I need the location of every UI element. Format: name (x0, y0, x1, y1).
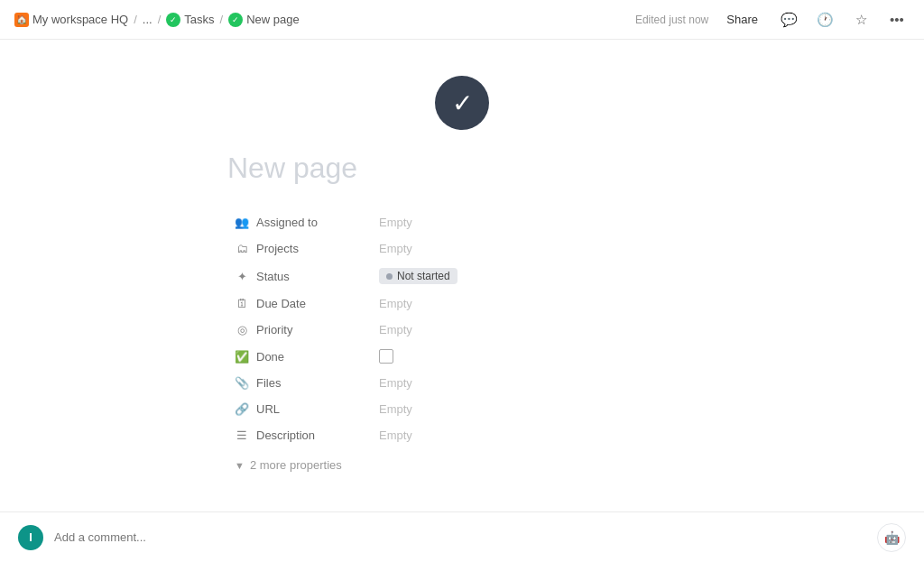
status-badge-text: Not started (397, 270, 450, 282)
status-badge[interactable]: Not started (379, 268, 457, 284)
files-label: 📎 Files (235, 376, 379, 390)
files-icon: 📎 (235, 376, 249, 390)
page-icon[interactable]: ✓ (435, 76, 489, 130)
files-value: Empty (379, 376, 689, 390)
properties-list: 👥 Assigned to Empty 🗂 Projects Empty ✦ S… (227, 210, 697, 477)
header-right: Edited just now Share 💬 🕐 ☆ ••• (635, 7, 910, 32)
url-label: 🔗 URL (235, 402, 379, 416)
property-due-date[interactable]: 🗓 Due Date Empty (227, 291, 697, 316)
url-value: Empty (379, 402, 689, 416)
status-label: ✦ Status (235, 270, 379, 283)
due-date-label: 🗓 Due Date (235, 297, 379, 310)
tasks-check-icon: ✓ (166, 13, 180, 27)
breadcrumb-current-label: New page (246, 13, 300, 26)
projects-label: 🗂 Projects (235, 242, 379, 255)
assigned-to-icon: 👥 (235, 216, 249, 229)
url-icon: 🔗 (235, 402, 249, 416)
property-projects[interactable]: 🗂 Projects Empty (227, 236, 697, 261)
page-title[interactable]: New page (227, 152, 357, 185)
due-date-icon: 🗓 (235, 297, 249, 310)
main-content: ✓ New page 👥 Assigned to Empty 🗂 Project… (0, 40, 924, 562)
more-properties-toggle[interactable]: ▼ 2 more properties (227, 453, 697, 477)
done-label: ✅ Done (235, 350, 379, 364)
breadcrumb-home[interactable]: 🏠 My workspace HQ (14, 13, 128, 27)
description-label: ☰ Description (235, 428, 379, 442)
property-done[interactable]: ✅ Done (227, 344, 697, 369)
page-checkmark-icon: ✓ (452, 88, 473, 118)
breadcrumb-sep-3: / (220, 13, 224, 26)
breadcrumb-ellipsis-label: ... (143, 13, 152, 26)
more-options-icon[interactable]: ••• (884, 7, 910, 32)
property-description[interactable]: ☰ Description Empty (227, 423, 697, 447)
history-icon[interactable]: 🕐 (812, 7, 837, 32)
status-dot (386, 273, 393, 280)
comment-bar: I 🤖 (0, 511, 924, 562)
breadcrumb-ellipsis[interactable]: ... (143, 13, 152, 26)
assigned-to-value: Empty (379, 216, 689, 229)
share-button[interactable]: Share (719, 9, 765, 30)
breadcrumb-current[interactable]: ✓ New page (228, 13, 300, 27)
description-value: Empty (379, 428, 689, 442)
edited-status: Edited just now (635, 14, 708, 26)
more-properties-label: 2 more properties (250, 458, 342, 472)
comment-icon[interactable]: 💬 (776, 7, 801, 32)
priority-label: ◎ Priority (235, 323, 379, 336)
breadcrumb-sep-1: / (134, 13, 137, 26)
due-date-value: Empty (379, 297, 689, 310)
description-icon: ☰ (235, 428, 249, 442)
breadcrumb-tasks[interactable]: ✓ Tasks (166, 13, 214, 27)
priority-value: Empty (379, 323, 689, 336)
breadcrumb: 🏠 My workspace HQ / ... / ✓ Tasks / ✓ Ne… (14, 13, 300, 27)
property-status[interactable]: ✦ Status Not started (227, 263, 697, 290)
chevron-down-icon: ▼ (235, 460, 245, 471)
property-files[interactable]: 📎 Files Empty (227, 371, 697, 395)
home-icon: 🏠 (14, 13, 29, 27)
star-icon[interactable]: ☆ (848, 7, 873, 32)
current-check-icon: ✓ (228, 13, 243, 27)
priority-icon: ◎ (235, 323, 249, 336)
ai-assistant-icon[interactable]: 🤖 (877, 523, 906, 552)
projects-value: Empty (379, 242, 689, 255)
done-checkbox[interactable] (379, 349, 393, 364)
comment-avatar: I (18, 525, 43, 550)
breadcrumb-tasks-label: Tasks (184, 13, 214, 26)
status-icon: ✦ (235, 270, 249, 283)
property-assigned-to[interactable]: 👥 Assigned to Empty (227, 210, 697, 235)
property-priority[interactable]: ◎ Priority Empty (227, 318, 697, 342)
assigned-to-label: 👥 Assigned to (235, 216, 379, 229)
breadcrumb-home-label: My workspace HQ (32, 13, 128, 26)
projects-icon: 🗂 (235, 242, 249, 255)
done-icon: ✅ (235, 350, 249, 364)
header: 🏠 My workspace HQ / ... / ✓ Tasks / ✓ Ne… (0, 0, 924, 40)
comment-input[interactable] (54, 530, 906, 544)
breadcrumb-sep-2: / (158, 13, 162, 26)
property-url[interactable]: 🔗 URL Empty (227, 397, 697, 421)
